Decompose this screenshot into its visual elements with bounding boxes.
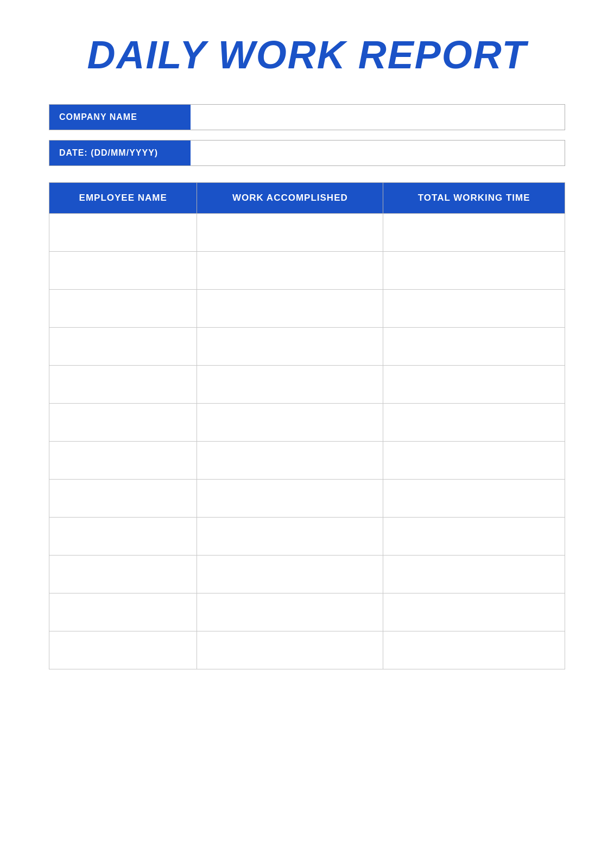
info-section: COMPANY NAME DATE: (DD/MM/YYYY)	[49, 104, 565, 166]
table-cell[interactable]	[383, 556, 565, 593]
table-row	[49, 631, 565, 669]
table-cell[interactable]	[197, 290, 383, 328]
table-cell[interactable]	[49, 404, 197, 442]
table-cell[interactable]	[49, 631, 197, 669]
table-cell[interactable]	[197, 631, 383, 669]
table-cell[interactable]	[49, 366, 197, 404]
table-cell[interactable]	[383, 631, 565, 669]
report-title: DAILY WORK REPORT	[49, 33, 565, 77]
table-section: EMPLOYEE NAME WORK ACCOMPLISHED TOTAL WO…	[49, 182, 565, 669]
table-cell[interactable]	[383, 290, 565, 328]
date-value[interactable]	[191, 141, 565, 165]
table-cell[interactable]	[49, 214, 197, 252]
table-row	[49, 556, 565, 593]
table-cell[interactable]	[383, 328, 565, 366]
table-header-row: EMPLOYEE NAME WORK ACCOMPLISHED TOTAL WO…	[49, 183, 565, 214]
table-cell[interactable]	[49, 518, 197, 556]
table-cell[interactable]	[197, 214, 383, 252]
table-row	[49, 214, 565, 252]
table-cell[interactable]	[49, 593, 197, 631]
table-cell[interactable]	[49, 290, 197, 328]
table-row	[49, 252, 565, 290]
table-cell[interactable]	[197, 404, 383, 442]
page: DAILY WORK REPORT COMPANY NAME DATE: (DD…	[0, 0, 614, 868]
table-cell[interactable]	[197, 480, 383, 518]
table-cell[interactable]	[383, 214, 565, 252]
table-row	[49, 518, 565, 556]
table-cell[interactable]	[197, 556, 383, 593]
col-header-total-working-time: TOTAL WORKING TIME	[383, 183, 565, 214]
table-cell[interactable]	[49, 252, 197, 290]
table-row	[49, 593, 565, 631]
table-cell[interactable]	[197, 442, 383, 480]
date-row: DATE: (DD/MM/YYYY)	[49, 140, 565, 166]
table-cell[interactable]	[49, 442, 197, 480]
table-cell[interactable]	[197, 366, 383, 404]
table-cell[interactable]	[49, 556, 197, 593]
table-cell[interactable]	[383, 518, 565, 556]
table-row	[49, 442, 565, 480]
table-row	[49, 366, 565, 404]
table-cell[interactable]	[49, 328, 197, 366]
col-header-work-accomplished: WORK ACCOMPLISHED	[197, 183, 383, 214]
date-label: DATE: (DD/MM/YYYY)	[49, 141, 191, 165]
company-name-label: COMPANY NAME	[49, 105, 191, 130]
work-table: EMPLOYEE NAME WORK ACCOMPLISHED TOTAL WO…	[49, 182, 565, 669]
table-cell[interactable]	[49, 480, 197, 518]
table-cell[interactable]	[383, 404, 565, 442]
table-cell[interactable]	[383, 366, 565, 404]
table-cell[interactable]	[383, 442, 565, 480]
table-cell[interactable]	[383, 593, 565, 631]
table-cell[interactable]	[197, 593, 383, 631]
col-header-employee-name: EMPLOYEE NAME	[49, 183, 197, 214]
table-cell[interactable]	[197, 328, 383, 366]
table-cell[interactable]	[383, 252, 565, 290]
table-row	[49, 404, 565, 442]
table-row	[49, 480, 565, 518]
company-name-value[interactable]	[191, 105, 565, 130]
table-cell[interactable]	[197, 252, 383, 290]
table-row	[49, 290, 565, 328]
table-row	[49, 328, 565, 366]
company-name-row: COMPANY NAME	[49, 104, 565, 130]
table-cell[interactable]	[197, 518, 383, 556]
table-cell[interactable]	[383, 480, 565, 518]
